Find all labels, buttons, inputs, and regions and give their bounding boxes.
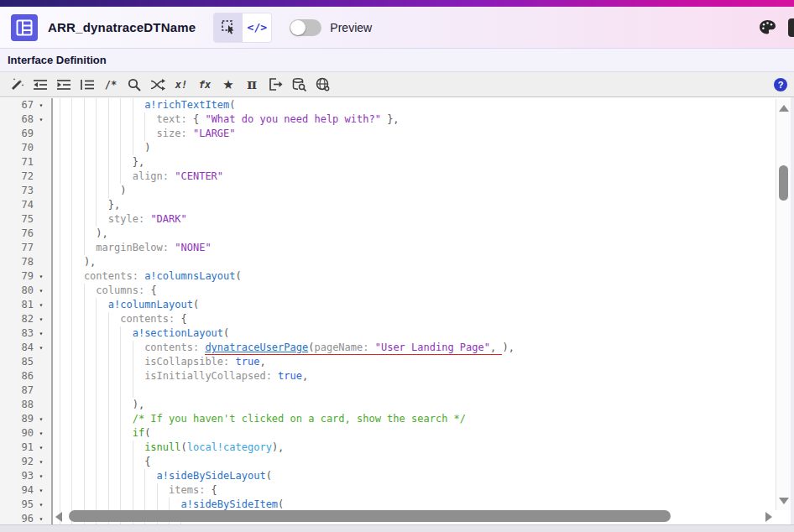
expression-mode-button[interactable]: </> — [243, 13, 271, 42]
code-line[interactable]: 74}, — [0, 198, 774, 212]
code-line[interactable]: 82▾contents: { — [0, 312, 774, 326]
code-line[interactable]: 89▾/* If you haven't clicked on a card, … — [0, 412, 774, 426]
fold-arrow-icon[interactable]: ▾ — [34, 312, 49, 326]
code-line[interactable]: 93▾a!sideBySideLayout( — [0, 469, 774, 483]
code-token: a!columnsLayout — [144, 269, 235, 284]
indent-icon[interactable] — [52, 74, 76, 96]
comment-icon[interactable]: /* — [99, 74, 123, 96]
page-title: ARR_dynatraceDTName — [48, 20, 196, 34]
horizontal-scroll-thumb[interactable] — [69, 510, 671, 522]
fold-arrow-icon[interactable]: ▾ — [34, 441, 49, 455]
fold-arrow-icon[interactable]: ▾ — [34, 498, 49, 512]
code-line[interactable]: 78), — [0, 255, 774, 269]
code-line[interactable]: 81▾a!columnLayout( — [0, 298, 774, 312]
shuffle-icon[interactable] — [146, 74, 170, 96]
code-line[interactable]: 68▾text: { "What do you need help with?"… — [0, 112, 774, 127]
fold-arrow-icon[interactable]: ▾ — [34, 341, 49, 355]
fold-arrow-icon[interactable]: ▾ — [34, 112, 49, 127]
code-token: a!columnLayout — [108, 298, 193, 312]
code-token: ( — [181, 441, 187, 455]
align-list-icon[interactable] — [76, 74, 99, 96]
search-icon[interactable] — [123, 74, 146, 96]
export-icon[interactable] — [264, 74, 287, 96]
fold-arrow-icon[interactable]: ▾ — [34, 298, 49, 312]
code-line[interactable]: 84▾contents: dynatraceUserPage(pageName:… — [0, 341, 774, 355]
gutter-cell: 71 — [0, 155, 53, 170]
horizontal-scrollbar[interactable] — [55, 510, 772, 523]
line-number: 86 — [0, 369, 34, 383]
line-number: 70 — [0, 141, 34, 155]
code-line[interactable]: 69size: "LARGE" — [0, 127, 774, 141]
code-line[interactable]: 76), — [0, 227, 774, 241]
pi-icon[interactable]: π — [240, 74, 264, 96]
code-line[interactable]: 88), — [0, 398, 774, 412]
code-line[interactable]: 79▾contents: a!columnsLayout( — [0, 269, 774, 284]
code-line[interactable]: 94▾items: { — [0, 483, 774, 498]
function-icon[interactable]: fx — [193, 74, 217, 96]
line-number: 81 — [0, 298, 34, 312]
query-rule-icon[interactable] — [287, 74, 311, 96]
fold-arrow-icon[interactable]: ▾ — [34, 269, 49, 284]
fold-arrow-icon[interactable]: ▾ — [34, 483, 49, 498]
expression-icon[interactable]: x! — [170, 74, 193, 96]
clipped-panel-icon[interactable] — [788, 18, 794, 37]
code-token: isnull — [144, 441, 180, 455]
code-line[interactable]: 77marginBelow: "NONE" — [0, 241, 774, 255]
fold-spacer — [34, 398, 49, 412]
gutter-cell: 74 — [0, 198, 53, 212]
code-line[interactable]: 92▾{ — [0, 455, 774, 469]
preview-toggle[interactable] — [290, 19, 321, 36]
code-line[interactable]: 85isCollapsible: true, — [0, 355, 774, 369]
code-line[interactable]: 75style: "DARK" — [0, 212, 774, 227]
scroll-down-arrow[interactable] — [779, 498, 789, 504]
line-number: 72 — [0, 170, 34, 184]
fold-arrow-icon[interactable]: ▾ — [34, 469, 49, 483]
code-line[interactable]: 90▾if( — [0, 426, 774, 441]
fold-arrow-icon[interactable]: ▾ — [34, 98, 49, 112]
line-number: 77 — [0, 241, 34, 255]
code-token: "DARK" — [150, 212, 186, 227]
code-line[interactable]: 83▾a!sectionLayout( — [0, 326, 774, 341]
vertical-scroll-thumb[interactable] — [779, 165, 788, 201]
fold-arrow-icon[interactable]: ▾ — [34, 455, 49, 469]
fold-arrow-icon[interactable]: ▾ — [34, 426, 49, 441]
gutter-cell: 81▾ — [0, 298, 53, 312]
help-icon[interactable]: ? — [774, 78, 787, 91]
section-title: Interface Definition — [8, 54, 107, 66]
outdent-icon[interactable] — [29, 74, 52, 96]
vertical-scrollbar[interactable] — [776, 99, 791, 510]
fold-arrow-icon[interactable]: ▾ — [34, 284, 49, 298]
code-line[interactable]: 80▾columns: { — [0, 284, 774, 298]
preview-label: Preview — [330, 21, 372, 34]
gutter-cell: 91▾ — [0, 441, 53, 455]
design-mode-button[interactable] — [214, 13, 243, 42]
scroll-right-arrow[interactable] — [765, 512, 772, 522]
fold-arrow-icon[interactable]: ▾ — [34, 512, 49, 524]
code-line[interactable]: 86isInitiallyCollapsed: true, — [0, 369, 774, 383]
code-line[interactable]: 67▾a!richTextItem( — [0, 98, 774, 112]
indent-guides — [60, 155, 133, 170]
rule-link[interactable]: dynatraceUserPage — [205, 341, 308, 355]
fold-arrow-icon[interactable]: ▾ — [34, 412, 49, 426]
code-line[interactable]: 87 — [0, 383, 774, 398]
indent-guides — [60, 298, 108, 312]
format-wand-icon[interactable] — [5, 74, 29, 96]
web-api-icon[interactable] — [311, 74, 334, 96]
code-token: ) — [144, 141, 150, 155]
code-line[interactable]: 73) — [0, 184, 774, 198]
favorite-icon[interactable]: ★ — [217, 74, 240, 96]
code-token: ( — [308, 341, 314, 355]
code-token: ( — [223, 326, 229, 341]
indent-guides — [60, 469, 157, 483]
theme-palette-icon[interactable] — [759, 19, 776, 35]
line-number: 92 — [0, 455, 34, 469]
app-window: ARR_dynatraceDTName </> Preview — [0, 0, 794, 532]
code-line[interactable]: 71}, — [0, 155, 774, 170]
scroll-up-arrow[interactable] — [779, 105, 789, 112]
code-line[interactable]: 72align: "CENTER" — [0, 170, 774, 184]
scroll-left-arrow[interactable] — [55, 512, 62, 522]
code-line[interactable]: 91▾isnull(local!category), — [0, 441, 774, 455]
code-editor[interactable]: 67▾a!richTextItem(68▾text: { "What do yo… — [0, 97, 794, 524]
fold-arrow-icon[interactable]: ▾ — [34, 326, 49, 341]
code-line[interactable]: 70) — [0, 141, 774, 155]
